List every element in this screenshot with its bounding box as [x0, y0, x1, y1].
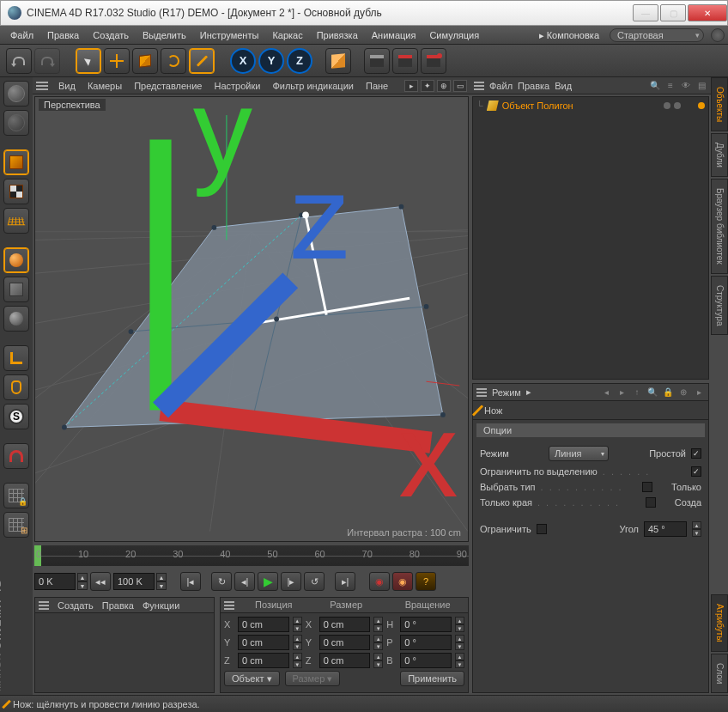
vpmenu-filter[interactable]: Фильтр индикации [267, 81, 359, 91]
coords-object-combo[interactable]: Объект ▾ [224, 671, 280, 686]
attr-new-icon[interactable]: ⊕ [677, 386, 689, 399]
autokey-button[interactable]: ◉ [392, 572, 413, 591]
history-button[interactable] [3, 110, 29, 136]
object-name[interactable]: Объект Полигон [502, 100, 573, 111]
window-close[interactable]: ✕ [688, 4, 727, 21]
axis-mode[interactable] [3, 345, 29, 371]
vp-nav-3-icon[interactable]: ⊕ [437, 80, 451, 92]
vpmenu-view[interactable]: Вид [53, 81, 81, 91]
rot-p-field[interactable]: 0 ° [400, 635, 452, 650]
snap-toggle[interactable] [3, 443, 29, 469]
menu-file[interactable]: Файл [3, 26, 40, 45]
window-minimize[interactable]: — [633, 4, 658, 21]
materials-menu-edit[interactable]: Правка [102, 600, 134, 611]
record-button[interactable]: ◉ [369, 572, 390, 591]
menu-animation[interactable]: Анимация [365, 26, 423, 45]
menu-tools[interactable]: Инструменты [193, 26, 266, 45]
menu-simulation[interactable]: Симуляция [422, 26, 486, 45]
vp-nav-2-icon[interactable]: ✦ [421, 80, 434, 92]
obj-search-icon[interactable]: 🔍 [649, 80, 661, 92]
keyframe-help-button[interactable]: ? [416, 572, 436, 591]
menu-snap[interactable]: Привязка [310, 26, 365, 45]
pos-x-field[interactable]: 0 cm [238, 617, 289, 632]
materials-hamburger-icon[interactable] [39, 601, 49, 610]
frame-start-spinner[interactable]: ▲▼ [77, 573, 88, 590]
rotate-tool[interactable] [161, 48, 186, 74]
play-back-button[interactable]: ◂| [234, 572, 255, 591]
obj-filter-icon[interactable]: ≡ [664, 80, 676, 92]
attr-up-icon[interactable]: ↑ [631, 386, 643, 399]
coords-hamburger-icon[interactable] [224, 601, 234, 610]
objmenu-edit[interactable]: Правка [518, 81, 549, 91]
size-y-field[interactable]: 0 cm [319, 635, 371, 650]
rot-h-field[interactable]: 0 ° [400, 617, 452, 632]
vp-nav-4-icon[interactable]: ▭ [453, 80, 467, 92]
object-row-polygon[interactable]: └ Объект Полигон [476, 100, 705, 111]
knife-tool[interactable] [189, 48, 215, 74]
knife-angle-field[interactable]: 45 ° [644, 521, 687, 537]
sidetab-layers[interactable]: Слои [711, 654, 728, 693]
vpmenu-cameras[interactable]: Камеры [82, 81, 127, 91]
obj-layers-icon[interactable]: ▤ [695, 80, 707, 92]
attr-hamburger-icon[interactable] [476, 388, 487, 397]
coords-size-combo[interactable]: Размер ▾ [285, 671, 341, 686]
sidetab-browser[interactable]: Браузер библиотек [711, 179, 728, 274]
attr-lock-icon[interactable]: 🔒 [662, 386, 674, 399]
render-view-button[interactable] [364, 48, 390, 74]
select-tool[interactable] [76, 48, 101, 74]
attr-mode-label[interactable]: Режим [492, 387, 521, 398]
render-pv-button[interactable] [392, 48, 418, 74]
coord-system-toggle[interactable] [325, 48, 351, 74]
sidetab-structure[interactable]: Структура [711, 276, 728, 335]
objects-hamburger-icon[interactable] [474, 82, 484, 90]
frame-end-field[interactable]: 100 K [113, 573, 155, 590]
pos-y-field[interactable]: 0 cm [238, 635, 289, 650]
pos-z-field[interactable]: 0 cm [238, 653, 289, 668]
attr-tab-options[interactable]: Опции [476, 423, 705, 437]
goto-prev-key[interactable]: ◂◂ [90, 572, 111, 591]
axis-y-toggle[interactable]: Y [258, 48, 284, 74]
redo-button[interactable] [34, 48, 60, 74]
texture-mode[interactable] [3, 179, 29, 204]
coords-apply-button[interactable]: Применить [400, 671, 464, 686]
attr-search-icon[interactable]: 🔍 [646, 386, 658, 399]
preferences-icon[interactable] [711, 28, 725, 42]
object-manager[interactable]: └ Объект Полигон [472, 96, 709, 380]
goto-end-button[interactable]: ▸| [335, 572, 355, 591]
obj-eye-icon[interactable]: 👁 [680, 80, 692, 92]
size-x-field[interactable]: 0 cm [319, 617, 371, 632]
materials-menu-funcs[interactable]: Функции [143, 600, 179, 611]
viewport-hamburger-icon[interactable] [36, 82, 48, 90]
polygon-mode[interactable] [3, 306, 29, 332]
timeline[interactable]: 010 2030 4050 6070 8090 [34, 545, 469, 566]
axis-z-toggle[interactable]: Z [287, 48, 312, 74]
knife-seltype-checkbox[interactable] [642, 482, 652, 492]
make-editable-button[interactable] [3, 81, 29, 106]
menu-edit[interactable]: Правка [40, 26, 86, 45]
vpmenu-options[interactable]: Настройки [209, 81, 265, 91]
knife-mode-combo[interactable]: Линия [549, 446, 609, 461]
rot-b-field[interactable]: 0 ° [400, 653, 452, 668]
vp-nav-1-icon[interactable]: ▸ [404, 80, 418, 92]
sidetab-objects[interactable]: Объекты [711, 77, 728, 131]
knife-edgesonly-checkbox[interactable] [646, 497, 656, 508]
loop-button[interactable]: ↻ [211, 572, 232, 591]
objmenu-view[interactable]: Вид [555, 81, 572, 91]
model-mode[interactable] [3, 149, 29, 175]
window-maximize[interactable]: ▢ [660, 4, 686, 21]
knife-restrictsel-checkbox[interactable] [691, 466, 701, 477]
objmenu-file[interactable]: Файл [489, 81, 513, 91]
knife-angle-spinner[interactable]: ▲▼ [692, 521, 701, 537]
workplane-config[interactable] [3, 512, 29, 538]
edge-mode[interactable] [3, 277, 29, 302]
workplane-lock[interactable] [3, 483, 29, 508]
axis-x-toggle[interactable]: X [230, 48, 256, 74]
materials-menu-create[interactable]: Создать [58, 600, 94, 611]
attr-fwd-icon[interactable]: ▸ [616, 386, 628, 399]
obj-vis-editor-icon[interactable] [664, 102, 670, 109]
play-button[interactable]: ▶ [258, 572, 278, 591]
sidetab-takes[interactable]: Дубли [711, 133, 728, 177]
menu-mesh[interactable]: Каркас [265, 26, 309, 45]
scale-tool[interactable] [132, 48, 158, 74]
menu-create[interactable]: Создать [86, 26, 136, 45]
